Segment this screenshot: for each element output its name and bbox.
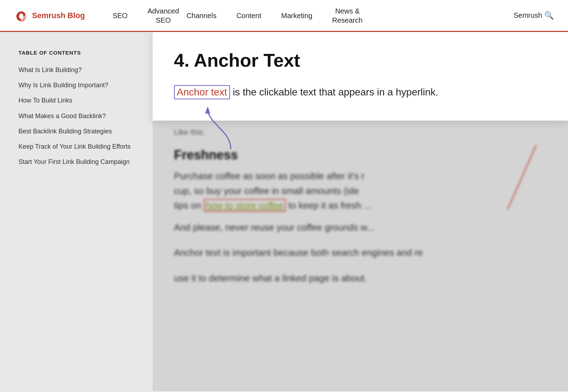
anchor-description-text: is the clickable text that appears in a … [233,87,438,98]
sidebar: TABLE OF CONTENTS What Is Link Building?… [0,32,153,391]
bottom-text-2: use it to determine what a linked page i… [174,271,547,286]
para1-mid: cup, so buy your coffee in small amounts… [174,186,359,196]
toc-item-5: Best Backlink Building Strategies [18,127,138,136]
toc-link-what-is[interactable]: What Is Link Building? [18,66,138,74]
nav-seo[interactable]: SEO [103,0,137,32]
anchor-text-heading: 4. Anchor Text [174,50,547,71]
toc-item-1: What Is Link Building? [18,66,138,74]
blurred-background: Like this: Freshness Purchase coffee as … [153,117,568,391]
logo-area[interactable]: Semrush Blog [14,9,85,23]
blurred-para-1: Purchase coffee as soon as possible afte… [174,169,547,213]
toc-item-6: Keep Track of Your Link Building Efforts [18,142,138,151]
toc-title: TABLE OF CONTENTS [18,50,138,56]
content-area: 4. Anchor Text Anchor text is the clicka… [153,32,568,391]
toc-item-7: Start Your First Link Building Campaign [18,158,138,166]
svg-line-1 [508,145,536,209]
site-header: Semrush Blog SEO Advanced SEO Channels C… [0,0,568,32]
red-annotation-line [497,145,540,216]
toc-item-2: Why Is Link Building Important? [18,81,138,90]
nav-channels[interactable]: Channels [176,0,226,32]
popup-card: 4. Anchor Text Anchor text is the clicka… [153,32,568,121]
nav-content[interactable]: Content [226,0,271,32]
para1-start: Purchase coffee as soon as possible afte… [174,171,364,181]
search-icon: 🔍 [544,11,554,20]
para1-end-text: tips on [174,200,204,211]
semrush-logo-icon [14,9,28,23]
toc-link-start-campaign[interactable]: Start Your First Link Building Campaign [18,158,138,166]
main-nav: SEO Advanced SEO Channels Content Market… [103,0,554,32]
para1-after: to keep it as fresh ... [288,200,371,211]
nav-marketing[interactable]: Marketing [271,0,322,32]
toc-item-4: What Makes a Good Backlink? [18,112,138,121]
bottom-text-1: Anchor text is important because both se… [174,245,547,260]
arrow-annotation [181,96,252,153]
toc-list: What Is Link Building? Why Is Link Build… [18,66,138,166]
svg-marker-0 [205,106,210,114]
toc-link-strategies[interactable]: Best Backlink Building Strategies [18,127,138,136]
toc-item-3: How To Build Links [18,96,138,105]
nav-advanced-seo[interactable]: Advanced SEO [137,0,176,32]
toc-link-how-to-build[interactable]: How To Build Links [18,96,138,105]
store-coffee-link: how to store coffee [204,199,286,212]
logo-text[interactable]: Semrush Blog [32,11,85,20]
toc-link-good-backlink[interactable]: What Makes a Good Backlink? [18,112,138,121]
nav-semrush-search[interactable]: Semrush 🔍 [514,11,554,20]
main-layout: TABLE OF CONTENTS What Is Link Building?… [0,32,568,391]
toc-link-keep-track[interactable]: Keep Track of Your Link Building Efforts [18,142,138,151]
nav-news-research[interactable]: News & Research [322,0,365,32]
blurred-para-2: And please, never reuse your coffee grou… [174,220,547,235]
toc-link-why-important[interactable]: Why Is Link Building Important? [18,81,138,90]
